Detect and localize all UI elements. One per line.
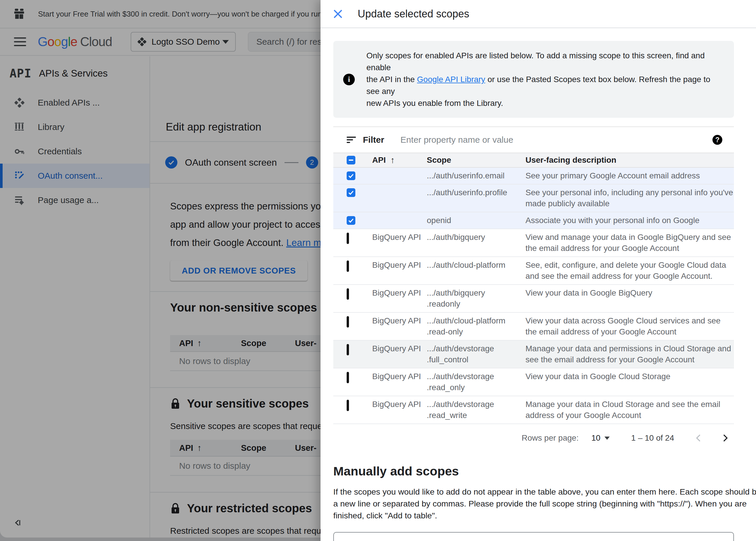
description-cell: See, edit, configure, and delete your Go… [525,260,734,282]
row-checkbox[interactable] [347,216,355,225]
api-cell: BigQuery API [372,315,427,337]
scope-cell: .../auth/bigquery.readonly [427,287,525,309]
info-banner: i Only scopes for enabled APIs are liste… [333,41,734,118]
description-cell: Associate you with your personal info on… [525,215,734,226]
scopes-table: API↑ Scope User-facing description .../a… [333,153,734,424]
info-text: Only scopes for enabled APIs are listed … [366,50,724,109]
row-checkbox[interactable] [347,172,355,180]
scope-cell: openid [427,215,525,226]
row-checkbox[interactable] [347,188,355,197]
manually-add-scopes-description: If the scopes you would like to add do n… [333,486,734,522]
scope-cell: .../auth/cloud-platform.read-only [427,315,525,337]
scope-cell: .../auth/userinfo.profile [427,187,525,209]
description-cell: View your data across Google Cloud servi… [525,315,734,337]
scope-row[interactable]: .../auth/userinfo.emailSee your primary … [333,168,734,185]
description-cell: View your data in Google Cloud Storage [525,371,734,393]
api-cell: BigQuery API [372,287,427,309]
scope-row[interactable]: BigQuery API.../auth/bigquery.readonlyVi… [333,285,734,313]
pagination-range: 1 – 10 of 24 [631,433,674,443]
row-checkbox[interactable] [347,261,349,272]
description-column-header: User-facing description [525,156,734,165]
api-cell: BigQuery API [372,260,427,282]
pagination: Rows per page: 10 1 – 10 of 24 [333,424,734,452]
manual-scopes-field [333,522,734,541]
update-scopes-panel: Update selected scopes i Only scopes for… [321,0,756,541]
manually-add-scopes-title: Manually add scopes [333,464,734,478]
scope-row[interactable]: BigQuery API.../auth/devstorage.read_wri… [333,396,734,424]
api-cell [372,170,427,181]
description-cell: See your personal info, including any pe… [525,187,734,209]
scope-row[interactable]: BigQuery API.../auth/devstorage.read_onl… [333,368,734,396]
scope-row[interactable]: BigQuery API.../auth/bigqueryView and ma… [333,229,734,257]
api-cell [372,215,427,226]
manual-scopes-textarea[interactable] [333,532,734,541]
description-cell: Manage your data and permissions in Clou… [525,343,734,365]
description-cell: View your data in Google BigQuery [525,287,734,309]
panel-header: Update selected scopes [321,0,756,28]
panel-title: Update selected scopes [358,8,469,20]
sort-ascending-icon: ↑ [390,155,395,165]
row-checkbox[interactable] [347,316,349,327]
api-column-header[interactable]: API↑ [372,155,427,165]
scope-row[interactable]: BigQuery API.../auth/cloud-platformSee, … [333,257,734,285]
rows-per-page-select[interactable]: 10 [591,433,610,443]
row-checkbox[interactable] [347,233,349,244]
chevron-down-icon [604,437,610,440]
scope-cell: .../auth/devstorage.full_control [427,343,525,365]
scope-row[interactable]: BigQuery API.../auth/cloud-platform.read… [333,313,734,340]
filter-label: Filter [363,135,384,145]
row-checkbox[interactable] [347,288,349,300]
scope-row[interactable]: openidAssociate you with your personal i… [333,212,734,229]
select-all-checkbox[interactable] [347,156,355,165]
scope-cell: .../auth/devstorage.read_only [427,371,525,393]
screen: Start your Free Trial with $300 in credi… [0,0,756,541]
help-icon[interactable]: ? [712,135,722,145]
rows-per-page-label: Rows per page: [522,433,579,443]
previous-page-icon[interactable] [694,434,703,442]
filter-input-placeholder[interactable]: Enter property name or value [400,135,513,145]
scope-cell: .../auth/cloud-platform [427,260,525,282]
api-cell [372,187,427,209]
scope-cell: .../auth/devstorage.read_write [427,399,525,421]
scope-row[interactable]: BigQuery API.../auth/devstorage.full_con… [333,340,734,368]
panel-body: i Only scopes for enabled APIs are liste… [321,41,756,541]
scope-cell: .../auth/bigquery [427,232,525,254]
api-cell: BigQuery API [372,371,427,393]
filter-bar[interactable]: Filter Enter property name or value ? [333,127,734,153]
description-cell: See your primary Google Account email ad… [525,170,734,181]
info-icon: i [343,74,355,85]
row-checkbox[interactable] [347,344,349,355]
api-cell: BigQuery API [372,232,427,254]
close-icon[interactable] [333,9,343,19]
filter-icon [347,136,357,144]
next-page-icon[interactable] [721,434,729,442]
scopes-table-rows: .../auth/userinfo.emailSee your primary … [333,168,734,424]
row-checkbox[interactable] [347,372,349,383]
api-cell: BigQuery API [372,399,427,421]
modal-scrim[interactable] [0,0,321,541]
row-checkbox[interactable] [347,400,349,411]
scope-column-header[interactable]: Scope [427,156,525,165]
scope-cell: .../auth/userinfo.email [427,170,525,181]
description-cell: Manage your data in Cloud Storage and se… [525,399,734,421]
scope-row[interactable]: .../auth/userinfo.profileSee your person… [333,185,734,212]
scopes-table-header: API↑ Scope User-facing description [333,153,734,168]
google-api-library-link[interactable]: Google API Library [417,75,485,84]
description-cell: View and manage your data in Google BigQ… [525,232,734,254]
api-cell: BigQuery API [372,343,427,365]
